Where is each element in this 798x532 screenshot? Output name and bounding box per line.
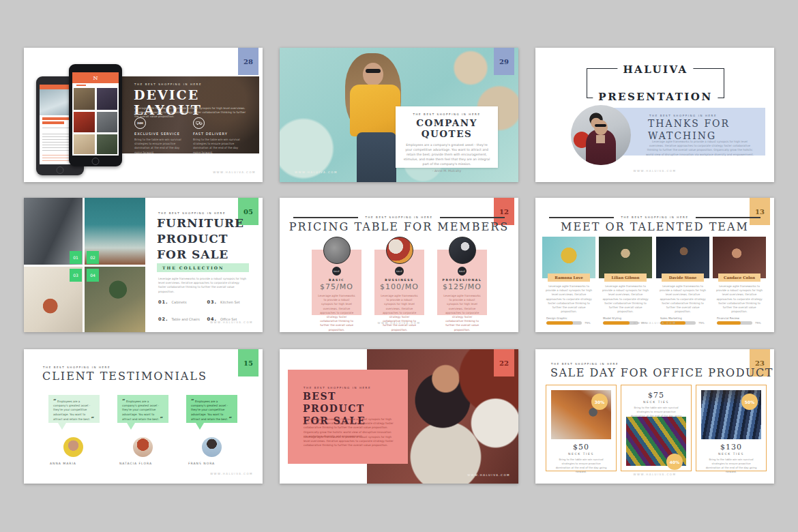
photo-tag-01: 01 xyxy=(70,251,82,264)
headline-highlight xyxy=(42,121,64,124)
slide-furniture-product[interactable]: 05 01 02 03 04 THE BEST SHOPPING IN HERE… xyxy=(24,198,263,332)
feature-fast-delivery: FAST DELIVERY Bring to the table win-win… xyxy=(193,117,246,155)
plan-photo xyxy=(323,237,351,264)
website-footer: WWW.HALUIVA.COM xyxy=(210,472,253,475)
slide-number: 23 xyxy=(755,359,765,367)
slide-tagline: THE BEST SHOPPING IN HERE xyxy=(134,83,202,86)
collection-band: THE COLLECTION xyxy=(157,263,249,272)
product-text: Bring to the table win-win survival stra… xyxy=(555,458,608,474)
gallery-tile xyxy=(97,112,117,132)
testimonial-text: “ Employees are a company's greatest ass… xyxy=(117,395,168,422)
slide-number-badge: 28 xyxy=(238,48,258,75)
member-name-banner: Lilian Gibson xyxy=(604,274,647,282)
quote-card: THE BEST SHOPPING IN HERE COMPANY QUOTES… xyxy=(396,106,498,168)
photo-tag-04: 04 xyxy=(87,269,99,282)
sale-badge-icon: SALE xyxy=(332,267,341,276)
member-name: Davide Stone xyxy=(669,276,697,280)
testimonial-quote: Employees are a company's greatest asset… xyxy=(53,400,90,421)
furniture-item-list: 01. Cabinets 02. Table and Chairs 03. Ki… xyxy=(158,293,250,323)
product-price: $50 xyxy=(546,443,616,452)
slide-number: 29 xyxy=(499,58,509,65)
phone-mockup-front: N xyxy=(69,64,122,166)
slide-pricing-table[interactable]: 12 THE BEST SHOPPING IN HERE PRICING TAB… xyxy=(280,198,518,332)
website-footer: WWW.HALUIVA.COM xyxy=(467,473,510,477)
website-footer: WWW.HALUIVA.COM xyxy=(210,321,253,324)
bubble-tail xyxy=(127,423,135,430)
discount-badge: 30% xyxy=(591,394,608,410)
discount-label: 40% xyxy=(670,460,679,464)
plan-price: $125/MO xyxy=(437,282,487,291)
quote-attribution: - Anne M. Mulcahy xyxy=(396,168,498,173)
testimonial-quote: Employees are a company's greatest asset… xyxy=(122,400,159,421)
slide-title: MEET OR TALENTED TEAM xyxy=(535,220,774,233)
list-item: 03. Kitchen Set xyxy=(207,293,251,306)
badge-label: SALE xyxy=(334,270,340,273)
testimonial-quote: Employees are a company's greatest asset… xyxy=(191,400,228,421)
member-name: Candace Colon xyxy=(724,276,755,280)
item-label: Kitchen Set xyxy=(220,300,240,304)
website-footer: WWW.HALUIVA.COM xyxy=(213,171,256,174)
slide-tagline: THE BEST SHOPPING IN HERE xyxy=(158,211,226,215)
slide-tagline: THE BEST SHOPPING IN HERE xyxy=(551,362,619,366)
photo-tag-label: 03 xyxy=(73,273,78,278)
discount-badge: 50% xyxy=(741,394,758,410)
quote-open-icon: “ xyxy=(191,397,194,404)
bubble-tail xyxy=(196,423,204,430)
slide-tagline: THE BEST SHOPPING IN HERE xyxy=(304,386,371,389)
photo-tag-label: 01 xyxy=(73,255,78,260)
jeans xyxy=(357,132,396,182)
slide-tagline: THE BEST SHOPPING IN HERE xyxy=(535,216,774,219)
member-bio: Leverage agile frameworks to provide a r… xyxy=(602,284,649,314)
app-logo: N xyxy=(93,75,98,81)
quote-close-icon: ” xyxy=(229,415,233,422)
slide-company-quotes[interactable]: THE BEST SHOPPING IN HERE COMPANY QUOTES… xyxy=(280,48,518,182)
plan-price: $100/MO xyxy=(374,282,424,291)
team-member-card: Candace Colon Leverage agile frameworks … xyxy=(713,237,766,325)
slide-tagline: THE BEST SHOPPING IN HERE xyxy=(280,216,518,219)
plan-card-bussiness: SALE BUSSINESS $100/MO Leverage agile fr… xyxy=(374,250,424,315)
slide-sale-day[interactable]: 23 THE BEST SHOPPING IN HERE SALE DAY FO… xyxy=(535,349,774,484)
plan-text: Leverage agile frameworks to provide a r… xyxy=(443,294,482,332)
plan-card-professional: SALE PROFESSIONAL $125/MO Leverage agile… xyxy=(437,250,487,315)
member-name: Lilian Gibson xyxy=(611,276,639,280)
slide-body-paragraph-2: Leverage agile frameworks to provide a r… xyxy=(304,435,394,448)
product-text: Bring to the table win-win survival stra… xyxy=(705,458,758,474)
feature-label: EXCLUSIVE SERVICE xyxy=(134,132,188,136)
device-layout-photo-panel: THE BEST SHOPPING IN HERE DEVICE LAYOUT … xyxy=(119,76,259,153)
app-header: N xyxy=(72,72,119,83)
client-name: NATACIA FLORA xyxy=(119,462,167,465)
slide-body-text: Leverage agile frameworks to provide a r… xyxy=(158,277,247,294)
plan-photo xyxy=(449,237,476,264)
photo-tag-label: 02 xyxy=(90,255,95,260)
slide-team[interactable]: 13 THE BEST SHOPPING IN HERE MEET OR TAL… xyxy=(535,198,774,332)
slide-testimonials[interactable]: 15 THE BEST SHOPPING IN HERE CLIENT TEST… xyxy=(24,349,263,484)
plan-tier: PROFESSIONAL xyxy=(437,278,487,282)
slide-number: 22 xyxy=(499,359,509,367)
photo-tag-03: 03 xyxy=(70,269,82,282)
slide-title: THANKS FOR WATCHING xyxy=(648,118,750,142)
quote-text: Employees are a company's greatest asset… xyxy=(403,143,490,167)
team-member-card: Lilian Gibson Leverage agile frameworks … xyxy=(599,237,652,325)
slide-title: CLIENT TESTIMONIALS xyxy=(42,370,207,383)
sale-badge-icon: SALE xyxy=(395,267,404,276)
member-bio: Leverage agile frameworks to provide a r… xyxy=(659,284,707,314)
presentation-thumbnail-grid: 28 THE BEST SHOPPING IN HERE DEVICE LAYO… xyxy=(0,0,798,532)
slide-device-layout[interactable]: 28 THE BEST SHOPPING IN HERE DEVICE LAYO… xyxy=(24,48,263,182)
product-card: 30% $50 NECK TIES Bring to the table win… xyxy=(546,385,617,471)
client-name: FRANS NORA xyxy=(188,462,236,465)
member-photo xyxy=(656,237,709,278)
item-number: 02. xyxy=(158,316,168,322)
slide-tagline: THE BEST SHOPPING IN HERE xyxy=(649,114,717,117)
member-name: Ramona Love xyxy=(555,276,582,280)
plan-tier: BASIC xyxy=(312,278,361,282)
slide-thanks-for-watching[interactable]: HALUIVA PRESENTATION THE BEST SHOPPING I… xyxy=(535,48,774,182)
discount-label: 50% xyxy=(745,400,754,404)
brand-line-1: HALUIVA xyxy=(617,63,693,76)
member-bio: Leverage agile frameworks to provide a r… xyxy=(545,284,593,314)
website-footer: WWW.HALUIVA.COM xyxy=(535,321,774,325)
slide-best-product[interactable]: 22 THE BEST SHOPPING IN HERE BEST PRODUC… xyxy=(280,349,518,484)
slide-title: PRICING TABLE FOR MEMBERS xyxy=(280,220,518,233)
slide-number: 15 xyxy=(243,359,253,367)
testimonial-bubble: “ Employees are a company's greatest ass… xyxy=(117,395,168,423)
slide-title: COMPANY QUOTES xyxy=(396,117,498,139)
